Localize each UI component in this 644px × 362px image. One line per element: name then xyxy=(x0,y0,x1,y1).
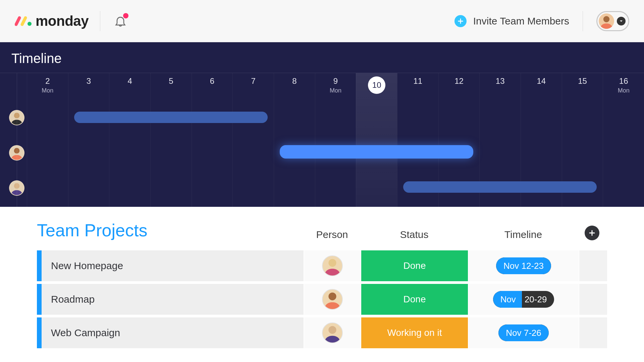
timeline-cell[interactable]: Nov20-29 xyxy=(468,284,579,315)
avatar xyxy=(599,13,614,29)
notifications-button[interactable] xyxy=(114,14,127,28)
timeline-pill[interactable]: Nov 12-23 xyxy=(496,257,551,274)
table-row[interactable]: RoadmapDoneNov20-29 xyxy=(37,284,607,315)
brand-name: monday xyxy=(36,13,89,29)
calendar-day-column[interactable]: 10 xyxy=(356,73,397,207)
calendar-day-column[interactable]: 8 xyxy=(274,73,315,207)
calendar-day-number: 14 xyxy=(537,76,546,86)
notification-dot-icon xyxy=(123,13,128,18)
calendar-day-number: 11 xyxy=(413,76,422,86)
calendar-day-column[interactable]: 3 xyxy=(68,73,109,207)
column-header-person[interactable]: Person xyxy=(304,229,361,240)
topbar: monday Invite Team Members xyxy=(0,0,644,42)
timeline-bar[interactable] xyxy=(403,181,597,193)
projects-title: Team Projects xyxy=(37,220,304,240)
avatar xyxy=(9,145,24,161)
calendar-weekday: Mon xyxy=(330,87,341,94)
monday-logo-icon xyxy=(15,15,33,27)
avatar xyxy=(9,180,24,196)
timeline-title: Timeline xyxy=(0,42,644,73)
person-cell[interactable] xyxy=(304,284,361,315)
timeline-pill-highlight: Nov xyxy=(493,291,522,308)
calendar-day-number: 6 xyxy=(210,76,214,86)
calendar-weekday: Mon xyxy=(618,87,630,94)
row-color-stripe xyxy=(37,284,42,315)
svg-point-0 xyxy=(28,22,32,26)
add-column-button[interactable] xyxy=(585,226,599,240)
calendar-day-number: 15 xyxy=(578,76,587,86)
svg-point-5 xyxy=(328,259,336,267)
calendar-day-column[interactable]: 6 xyxy=(192,73,233,207)
table-row[interactable]: New HomepageDoneNov 12-23 xyxy=(37,250,607,281)
calendar-day-column[interactable]: 4 xyxy=(109,73,150,207)
empty-cell xyxy=(579,317,607,348)
avatar xyxy=(322,255,343,276)
calendar-day-number: 4 xyxy=(127,76,132,86)
column-header-timeline[interactable]: Timeline xyxy=(468,229,579,240)
calendar-day-column[interactable]: 16Mon xyxy=(603,73,644,207)
person-cell[interactable] xyxy=(304,317,361,348)
timeline-pill-highlight: Nov 12-23 xyxy=(496,257,551,274)
timeline-assignee-gutter xyxy=(0,73,27,207)
calendar-day-number: 5 xyxy=(169,76,173,86)
task-name-cell[interactable]: Web Campaign xyxy=(42,317,304,348)
person-cell[interactable] xyxy=(304,250,361,281)
timeline-cell[interactable]: Nov 7-26 xyxy=(468,317,579,348)
table-row[interactable]: Web CampaignWorking on itNov 7-26 xyxy=(37,317,607,348)
calendar-day-column[interactable]: 5 xyxy=(150,73,192,207)
empty-cell xyxy=(579,284,607,315)
plus-circle-icon xyxy=(454,15,467,27)
timeline-pill-highlight: Nov 7-26 xyxy=(498,324,549,341)
row-color-stripe xyxy=(37,317,42,348)
account-menu[interactable] xyxy=(596,11,629,31)
svg-point-2 xyxy=(14,113,20,118)
status-cell[interactable]: Working on it xyxy=(361,317,468,348)
calendar-weekday: Mon xyxy=(42,87,53,94)
timeline-bar[interactable] xyxy=(74,112,268,123)
calendar-day-number: 9 xyxy=(330,76,341,86)
calendar-day-number: 3 xyxy=(87,76,91,86)
column-header-status[interactable]: Status xyxy=(361,229,468,240)
timeline-panel: Timeline 2Mon3456789Mon10111213141516Mon xyxy=(0,42,644,207)
brand-logo[interactable]: monday xyxy=(15,13,89,29)
status-cell[interactable]: Done xyxy=(361,284,468,315)
svg-point-1 xyxy=(603,16,609,22)
caret-down-icon xyxy=(617,17,626,25)
row-color-stripe xyxy=(37,250,42,281)
timeline-pill[interactable]: Nov20-29 xyxy=(493,291,554,308)
timeline-pill-rest: 20-29 xyxy=(522,294,554,305)
task-name-cell[interactable]: New Homepage xyxy=(42,250,304,281)
calendar-day-number: 8 xyxy=(292,76,297,86)
calendar-day-number: 16 xyxy=(618,76,630,86)
invite-team-label: Invite Team Members xyxy=(473,15,569,27)
divider xyxy=(583,11,583,31)
calendar-day-column[interactable]: 9Mon xyxy=(315,73,356,207)
projects-section: Team Projects Person Status Timeline New… xyxy=(0,207,644,348)
timeline-bar[interactable] xyxy=(280,145,473,159)
status-cell[interactable]: Done xyxy=(361,250,468,281)
task-name-cell[interactable]: Roadmap xyxy=(42,284,304,315)
today-marker: 10 xyxy=(368,76,385,94)
calendar-day-number: 13 xyxy=(496,76,505,86)
avatar xyxy=(9,110,24,125)
empty-cell xyxy=(579,250,607,281)
avatar xyxy=(322,289,343,310)
plus-icon xyxy=(588,229,596,237)
calendar-day-number: 2 xyxy=(42,76,53,86)
projects-header: Team Projects Person Status Timeline xyxy=(37,220,607,240)
svg-point-3 xyxy=(14,148,20,154)
invite-team-button[interactable]: Invite Team Members xyxy=(454,15,569,27)
svg-point-4 xyxy=(14,183,20,189)
divider xyxy=(100,11,100,31)
timeline-pill[interactable]: Nov 7-26 xyxy=(498,324,549,341)
calendar-day-number: 7 xyxy=(251,76,255,86)
calendar-day-number: 12 xyxy=(454,76,464,86)
calendar-day-column[interactable]: 7 xyxy=(232,73,274,207)
calendar-day-column[interactable]: 2Mon xyxy=(27,73,68,207)
svg-point-7 xyxy=(328,326,336,334)
timeline-cell[interactable]: Nov 12-23 xyxy=(468,250,579,281)
timeline-calendar[interactable]: 2Mon3456789Mon10111213141516Mon xyxy=(0,73,644,207)
avatar xyxy=(322,322,343,343)
svg-point-6 xyxy=(328,293,336,300)
